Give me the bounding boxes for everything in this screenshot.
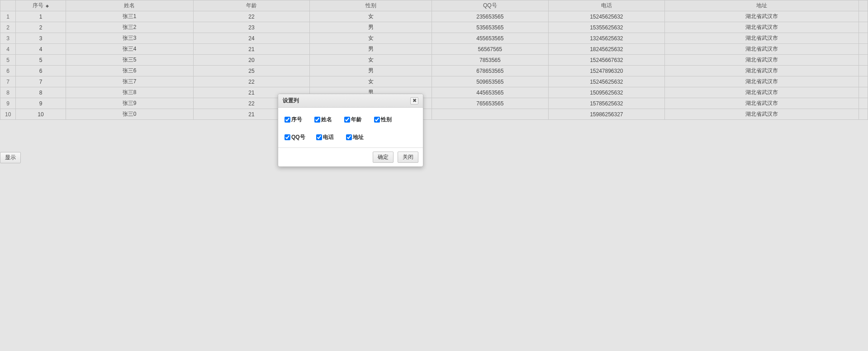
column-option-label: 地址 bbox=[353, 133, 364, 141]
column-checkbox[interactable] bbox=[285, 134, 290, 140]
rownum-cell: 6 bbox=[0, 66, 16, 76]
cell-qq: 235653565 bbox=[432, 11, 549, 22]
column-option[interactable]: 地址 bbox=[346, 133, 365, 141]
cell-name: 张三4 bbox=[66, 44, 193, 55]
table-row[interactable]: 1010张三02115986256327湖北省武汉市 bbox=[0, 109, 868, 120]
col-header-tel[interactable]: 电话 bbox=[548, 0, 665, 11]
column-option-label: 序号 bbox=[291, 116, 302, 123]
cell-seq: 2 bbox=[16, 22, 66, 33]
col-header-name[interactable]: 姓名 bbox=[66, 0, 193, 11]
table-row[interactable]: 55张三520女785356515245667632湖北省武汉市 bbox=[0, 55, 868, 66]
cell-extra bbox=[859, 11, 868, 22]
column-option[interactable]: 电话 bbox=[316, 133, 335, 141]
column-checkbox[interactable] bbox=[344, 117, 350, 123]
table-row[interactable]: 88张三821男44565356515095625632湖北省武汉市 bbox=[0, 87, 868, 98]
cell-addr: 湖北省武汉市 bbox=[665, 66, 859, 76]
table-row[interactable]: 77张三722女50965356515245625632湖北省武汉市 bbox=[0, 76, 868, 87]
rownum-cell: 10 bbox=[0, 109, 16, 120]
table-row[interactable]: 22张三223男53565356515355625632湖北省武汉市 bbox=[0, 22, 868, 33]
column-checkbox[interactable] bbox=[346, 134, 352, 140]
cell-seq: 6 bbox=[16, 66, 66, 76]
col-header-addr[interactable]: 地址 bbox=[665, 0, 859, 11]
cell-addr: 湖北省武汉市 bbox=[665, 109, 859, 120]
dialog-body: 序号姓名年龄性别QQ号电话地址 bbox=[278, 108, 423, 147]
cell-qq: 455653565 bbox=[432, 33, 549, 44]
cell-name: 张三6 bbox=[66, 66, 193, 76]
cell-tel: 15245625632 bbox=[548, 76, 665, 87]
close-icon[interactable]: ✖ bbox=[410, 97, 418, 104]
cell-tel: 15986256327 bbox=[548, 109, 665, 120]
table-row[interactable]: 66张三625男67865356515247896320湖北省武汉市 bbox=[0, 66, 868, 76]
column-option[interactable]: QQ号 bbox=[285, 133, 305, 141]
table-row[interactable]: 44张三421男5656756518245625632湖北省武汉市 bbox=[0, 44, 868, 55]
dialog-footer: 确定 关闭 bbox=[278, 147, 423, 166]
data-grid: 序号 ◆ 姓名 年龄 性别 QQ号 电话 地址 11张三122女23565356… bbox=[0, 0, 868, 120]
column-option[interactable]: 序号 bbox=[285, 116, 304, 123]
col-header-sex[interactable]: 性别 bbox=[310, 0, 432, 11]
cell-name: 张三1 bbox=[66, 11, 193, 22]
col-header-qq[interactable]: QQ号 bbox=[432, 0, 549, 11]
col-header-age[interactable]: 年龄 bbox=[193, 0, 310, 11]
cell-addr: 湖北省武汉市 bbox=[665, 55, 859, 66]
cell-tel: 15245625632 bbox=[548, 11, 665, 22]
col-header-extra bbox=[859, 0, 868, 11]
column-checkbox[interactable] bbox=[285, 117, 290, 123]
column-option[interactable]: 姓名 bbox=[314, 116, 333, 123]
cell-age: 22 bbox=[193, 11, 310, 22]
cell-tel: 18245625632 bbox=[548, 44, 665, 55]
close-button[interactable]: 关闭 bbox=[398, 152, 418, 163]
cell-sex: 男 bbox=[310, 22, 432, 33]
column-option[interactable]: 年龄 bbox=[344, 116, 363, 123]
cell-qq: 56567565 bbox=[432, 44, 549, 55]
cell-qq: 509653565 bbox=[432, 76, 549, 87]
column-checkbox[interactable] bbox=[314, 117, 320, 123]
column-option-label: QQ号 bbox=[291, 133, 305, 141]
cell-sex: 女 bbox=[310, 33, 432, 44]
cell-age: 24 bbox=[193, 33, 310, 44]
cell-extra bbox=[859, 98, 868, 109]
column-option-label: 姓名 bbox=[321, 116, 332, 123]
cell-qq: 678653565 bbox=[432, 66, 549, 76]
cell-addr: 湖北省武汉市 bbox=[665, 44, 859, 55]
dialog-header[interactable]: 设置列 ✖ bbox=[278, 94, 423, 108]
cell-age: 20 bbox=[193, 55, 310, 66]
cell-seq: 3 bbox=[16, 33, 66, 44]
table-row[interactable]: 99张三922女76565356515785625632湖北省武汉市 bbox=[0, 98, 868, 109]
cell-extra bbox=[859, 109, 868, 120]
column-option-label: 电话 bbox=[323, 133, 334, 141]
column-settings-dialog: 设置列 ✖ 序号姓名年龄性别QQ号电话地址 确定 关闭 bbox=[278, 94, 423, 167]
cell-seq: 10 bbox=[16, 109, 66, 120]
cell-name: 张三3 bbox=[66, 33, 193, 44]
cell-tel: 15245667632 bbox=[548, 55, 665, 66]
cell-qq: 7853565 bbox=[432, 55, 549, 66]
rownum-cell: 7 bbox=[0, 76, 16, 87]
cell-tel: 15355625632 bbox=[548, 22, 665, 33]
cell-name: 张三2 bbox=[66, 22, 193, 33]
column-option[interactable]: 性别 bbox=[374, 116, 393, 123]
cell-addr: 湖北省武汉市 bbox=[665, 11, 859, 22]
column-option-label: 年龄 bbox=[351, 116, 362, 123]
cell-extra bbox=[859, 55, 868, 66]
ok-button[interactable]: 确定 bbox=[373, 152, 394, 163]
cell-addr: 湖北省武汉市 bbox=[665, 98, 859, 109]
cell-sex: 男 bbox=[310, 66, 432, 76]
col-header-seq[interactable]: 序号 ◆ bbox=[16, 0, 66, 11]
rownum-cell: 9 bbox=[0, 98, 16, 109]
column-checkbox[interactable] bbox=[316, 134, 322, 140]
cell-name: 张三0 bbox=[66, 109, 193, 120]
column-checkbox[interactable] bbox=[374, 117, 380, 123]
cell-tel: 15785625632 bbox=[548, 98, 665, 109]
cell-age: 23 bbox=[193, 22, 310, 33]
cell-qq: 535653565 bbox=[432, 22, 549, 33]
rownum-cell: 4 bbox=[0, 44, 16, 55]
cell-age: 21 bbox=[193, 44, 310, 55]
cell-addr: 湖北省武汉市 bbox=[665, 33, 859, 44]
table-row[interactable]: 33张三324女45565356513245625632湖北省武汉市 bbox=[0, 33, 868, 44]
rownum-cell: 8 bbox=[0, 87, 16, 98]
column-option-label: 性别 bbox=[381, 116, 392, 123]
table-row[interactable]: 11张三122女23565356515245625632湖北省武汉市 bbox=[0, 11, 868, 22]
rownum-cell: 2 bbox=[0, 22, 16, 33]
show-button[interactable]: 显示 bbox=[0, 152, 21, 163]
cell-seq: 8 bbox=[16, 87, 66, 98]
cell-seq: 5 bbox=[16, 55, 66, 66]
